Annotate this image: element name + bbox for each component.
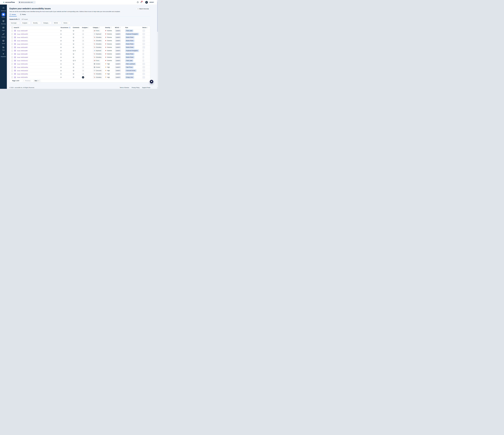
- sidebar-item-explore[interactable]: Explore: [0, 13, 7, 18]
- scrollbar-thumb[interactable]: [157, 2, 158, 32]
- row-checkbox[interactable]: [11, 37, 13, 38]
- footer-link-privacy-policy[interactable]: Privacy Policy: [132, 87, 140, 88]
- assign-user-button[interactable]: [82, 40, 84, 42]
- footer-link-terms-of-service[interactable]: Terms of Service: [120, 87, 129, 88]
- row-checkbox[interactable]: [11, 57, 13, 58]
- assign-user-button[interactable]: [82, 66, 84, 68]
- assign-user-button[interactable]: [82, 56, 84, 58]
- filter-category[interactable]: Category: [42, 21, 52, 24]
- sidebar-item-journeys[interactable]: Journeys: [0, 32, 7, 38]
- comments-cell[interactable]: [72, 63, 81, 65]
- assignee-avatar[interactable]: Jr: [82, 76, 84, 78]
- comments-cell[interactable]: [72, 70, 81, 71]
- issue-link[interactable]: Issue: fe915ce90e: [17, 73, 28, 75]
- sidebar-item-tasks[interactable]: Tasks: [0, 45, 7, 51]
- sort-down-icon[interactable]: [69, 27, 71, 28]
- assign-user-button[interactable]: [82, 50, 84, 52]
- issue-link[interactable]: Issue: fe915ce910: [17, 43, 28, 45]
- assign-user-button[interactable]: [82, 63, 84, 65]
- comments-cell[interactable]: [72, 73, 81, 75]
- comments-cell[interactable]: [72, 67, 81, 68]
- sort-icon[interactable]: [120, 27, 121, 28]
- row-checkbox[interactable]: [11, 70, 13, 71]
- sidebar-item-dashboard[interactable]: Dashboard: [0, 6, 7, 11]
- assign-user-button[interactable]: [82, 43, 84, 45]
- filter-assignee[interactable]: Assignee: [21, 21, 30, 24]
- scroll-up-arrow[interactable]: [157, 0, 158, 1]
- issue-link[interactable]: Issue: fe915ce932: [17, 33, 28, 35]
- issue-link[interactable]: Issue: fe915ce90c: [17, 77, 28, 78]
- comments-cell[interactable]: 1: [72, 50, 81, 52]
- sort-icon[interactable]: [111, 27, 112, 28]
- row-checkbox[interactable]: [11, 73, 13, 75]
- issue-link[interactable]: Issue: fe915ce94f: [17, 30, 27, 32]
- comments-cell[interactable]: [72, 57, 81, 58]
- row-checkbox[interactable]: [11, 60, 13, 61]
- row-checkbox[interactable]: [11, 47, 13, 48]
- comments-cell[interactable]: [72, 43, 81, 45]
- sort-icon[interactable]: [99, 27, 100, 28]
- vertical-scrollbar[interactable]: [157, 0, 158, 89]
- assign-user-button[interactable]: [82, 30, 84, 32]
- sidebar-item-pages[interactable]: Pages: [0, 26, 7, 31]
- row-checkbox[interactable]: [11, 30, 13, 32]
- issue-link[interactable]: Issue: fe915ce8f6: [17, 53, 27, 55]
- comments-cell[interactable]: [72, 33, 81, 35]
- site-selector[interactable]: demo.accessibe.com: [18, 1, 36, 4]
- footer-link-support-portal[interactable]: Support Portal: [142, 87, 150, 88]
- issue-link[interactable]: Issue: fe915ce94c: [17, 63, 28, 65]
- watch-overview-button[interactable]: Watch Overview: [136, 8, 150, 10]
- row-checkbox[interactable]: [11, 77, 13, 78]
- row-checkbox[interactable]: [11, 43, 13, 45]
- sort-icon[interactable]: [19, 27, 20, 28]
- row-checkbox[interactable]: [11, 33, 13, 35]
- filter-severity[interactable]: Severity: [32, 21, 41, 24]
- notifications-bell-icon[interactable]: [140, 1, 142, 3]
- comments-cell[interactable]: [72, 47, 81, 48]
- tab-issues[interactable]: Issues: [9, 14, 16, 16]
- assign-user-button[interactable]: [82, 53, 84, 55]
- issue-link[interactable]: Issue: fe915ce94a: [17, 67, 28, 68]
- sidebar-item-assets[interactable]: Assets: [0, 39, 7, 44]
- question-circle-icon[interactable]: [18, 18, 20, 20]
- issue-link[interactable]: Issue: fe915ce918: [17, 70, 28, 71]
- issue-link[interactable]: Issue: 0241f2c4c1: [17, 60, 28, 61]
- comments-cell[interactable]: [72, 53, 81, 55]
- row-checkbox[interactable]: [11, 63, 13, 65]
- user-avatar[interactable]: Jr: [145, 1, 148, 4]
- assign-user-button[interactable]: [82, 46, 84, 48]
- assign-user-button[interactable]: [82, 73, 84, 75]
- assign-user-button[interactable]: [82, 70, 84, 72]
- assign-user-button[interactable]: [82, 33, 84, 35]
- row-checkbox[interactable]: [11, 50, 13, 52]
- sort-icon[interactable]: [88, 27, 89, 28]
- previous-page-button[interactable]: Previous: [22, 79, 32, 82]
- filter-wcag[interactable]: WCAG: [53, 21, 61, 24]
- issue-link[interactable]: Issue: fe915ce90f: [17, 47, 27, 48]
- filter-issue-type[interactable]: Issue type: [9, 21, 20, 24]
- row-checkbox[interactable]: [11, 40, 13, 42]
- issue-link[interactable]: Issue: fe915ce8f9: [17, 50, 27, 52]
- next-page-button[interactable]: Next: [34, 79, 40, 82]
- select-all-checkbox[interactable]: [11, 27, 13, 28]
- issue-link[interactable]: Issue: fe915ce912: [17, 37, 28, 38]
- sidebar-item-integrations[interactable]: Integrations: [0, 52, 7, 57]
- assign-user-button[interactable]: [82, 60, 84, 62]
- chat-widget-button[interactable]: [150, 80, 153, 83]
- comments-cell[interactable]: [72, 30, 81, 32]
- comments-cell[interactable]: [72, 77, 81, 78]
- issue-link[interactable]: Issue: fe915ce8e9: [17, 57, 28, 58]
- comments-cell[interactable]: [72, 40, 81, 42]
- help-icon[interactable]: [137, 1, 139, 3]
- sort-icon[interactable]: [147, 27, 148, 28]
- scroll-down-arrow[interactable]: [157, 88, 158, 88]
- comments-cell[interactable]: 1: [72, 60, 81, 61]
- row-checkbox[interactable]: [11, 53, 13, 55]
- comments-cell[interactable]: [72, 37, 81, 38]
- tab-rules[interactable]: Rules: [20, 14, 26, 16]
- sidebar-item-recurring[interactable]: Recurring: [0, 19, 7, 25]
- filter-device[interactable]: Device: [62, 21, 71, 24]
- row-checkbox[interactable]: [11, 67, 13, 68]
- issue-link[interactable]: Issue: fe915ce911: [17, 40, 28, 42]
- assign-user-button[interactable]: [82, 36, 84, 38]
